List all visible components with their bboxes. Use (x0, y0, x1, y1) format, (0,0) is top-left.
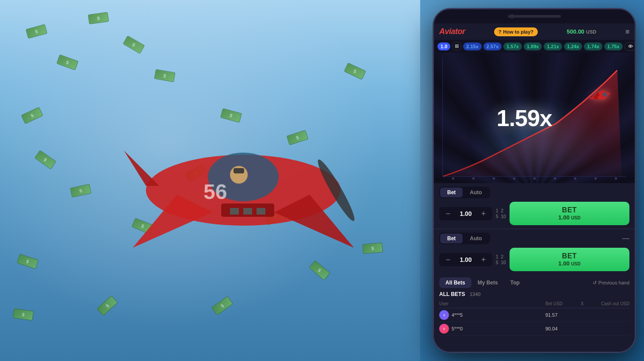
bet-button-1[interactable]: BET 1.00 USD (510, 202, 629, 225)
table-row: 4 4***5 91.57 (439, 308, 629, 322)
my-bets-tab[interactable]: My Bets (472, 277, 504, 288)
money-bill (13, 308, 34, 321)
increase-amount-1[interactable]: + (479, 210, 488, 218)
dot (554, 177, 556, 180)
svg-marker-4 (124, 150, 159, 186)
money-bill (21, 107, 43, 124)
quick-bet-1[interactable]: 1 (496, 208, 498, 213)
decrease-amount-2[interactable]: − (444, 256, 452, 264)
expand-history-button[interactable]: ⊞ (452, 42, 461, 51)
quick-bet-4[interactable]: 10 (501, 214, 506, 219)
app-header: Aviator ? How to play? 500.00 USD ≡ (434, 23, 635, 40)
multiplier-badge-1: 2.57x (483, 42, 502, 50)
multiplier-badge-6: 1.74x (584, 42, 602, 50)
col-bet-header: Bet USD (545, 301, 581, 306)
eye-button[interactable]: 👁 (625, 42, 635, 51)
decrease-amount-1[interactable]: − (444, 210, 452, 218)
bet-tab-1[interactable]: Bet (440, 188, 463, 197)
phone-notch (434, 9, 635, 23)
username-1: 5***0 (452, 326, 545, 331)
bet-row-2: − 1.00 + 1 2 5 10 BET (439, 248, 629, 271)
bets-table: ALL BETS 1340 User Bet USD X Cash out US… (434, 288, 635, 352)
svg-rect-9 (257, 208, 265, 215)
col-user-header: User (439, 301, 545, 306)
amount-value-1: 1.00 (457, 210, 475, 217)
phone-frame: Aviator ? How to play? 500.00 USD ≡ 1.0 … (433, 8, 636, 353)
balance-currency: USD (586, 29, 596, 35)
dot (493, 177, 495, 180)
bet-amount-2: 1.00 USD (558, 260, 580, 267)
dot (472, 177, 475, 180)
quick-bet-5[interactable]: 1 (496, 254, 498, 259)
quick-bet-row-bottom-2: 5 10 (496, 260, 506, 265)
avatar: 4 (439, 310, 449, 320)
avatar: 5 (439, 324, 449, 334)
money-bill (88, 12, 109, 24)
bet-button-2[interactable]: BET 1.00 USD (510, 248, 629, 271)
quick-bet-8[interactable]: 10 (501, 260, 506, 265)
dot (533, 177, 536, 180)
aviator-logo: Aviator (439, 27, 465, 36)
multiplier-badge-5: 1.24x (564, 42, 583, 50)
app-content: Aviator ? How to play? 500.00 USD ≡ 1.0 … (434, 23, 635, 352)
money-bill (344, 63, 366, 80)
money-bill (57, 54, 79, 70)
auto-tab-2[interactable]: Auto (463, 234, 489, 243)
dot (615, 177, 617, 180)
bet-amount-row-1: 90.04 (545, 326, 581, 331)
previous-hand-button[interactable]: ↺ Previous hand (593, 280, 629, 286)
phone-camera (510, 14, 514, 19)
bet-tab-2[interactable]: Bet (440, 234, 463, 243)
auto-tab-1[interactable]: Auto (463, 188, 489, 197)
close-panel-2-button[interactable]: — (622, 234, 629, 242)
balance-display: 500.00 USD (567, 28, 596, 35)
bet-amount-row-0: 91.57 (545, 312, 581, 318)
bottom-nav: All Bets My Bets Top ↺ Previous hand (434, 275, 635, 288)
plane-svg: 56 (88, 80, 398, 301)
question-icon: ? (498, 29, 502, 35)
top-tab[interactable]: Top (504, 277, 526, 288)
quick-bet-7[interactable]: 5 (496, 260, 498, 265)
money-bill (123, 35, 145, 54)
col-x-header: X (581, 301, 594, 306)
quick-bet-6[interactable]: 2 (501, 254, 504, 259)
dot (452, 177, 454, 180)
bets-header: ALL BETS 1340 (439, 288, 629, 300)
quick-bet-3[interactable]: 5 (496, 214, 498, 219)
bet-amount-1: 1.00 USD (558, 214, 580, 221)
previous-hand-label: Previous hand (598, 280, 629, 285)
dot (594, 177, 597, 180)
game-area: 1.59x (434, 53, 635, 183)
multiplier-badge-7: 1.75x (604, 42, 623, 50)
table-row: 5 5***0 90.04 (439, 322, 629, 336)
amount-value-2: 1.00 (457, 256, 475, 263)
multiplier-badge-3: 1.89x (524, 42, 542, 50)
all-bets-count: 1340 (470, 292, 480, 297)
current-multiplier: 1.59x (497, 105, 552, 131)
quick-bet-2[interactable]: 2 (501, 208, 504, 213)
bet-label-2: BET (562, 252, 577, 260)
dot (574, 177, 576, 180)
svg-text:56: 56 (203, 180, 227, 204)
col-cashout-header: Cash out USD (594, 301, 629, 306)
bet-row-1: − 1.00 + 1 2 5 10 BET (439, 202, 629, 225)
multiplier-history-bar: 1.0 ⊞ 2.15x 2.57x 1.57x 1.89x 1.21x 1.24… (434, 40, 635, 53)
refresh-icon: ↺ (593, 280, 597, 286)
dot (513, 177, 515, 180)
bets-columns: User Bet USD X Cash out USD (439, 300, 629, 308)
amount-control-2: − 1.00 + (439, 253, 492, 266)
money-bill (26, 24, 47, 39)
bet-tabs-2: Bet Auto (439, 233, 490, 244)
multiplier-badge-active[interactable]: 1.0 (437, 42, 450, 50)
game-dots (434, 177, 635, 180)
all-bets-tab[interactable]: All Bets (439, 277, 472, 288)
how-to-play-button[interactable]: ? How to play? (494, 27, 538, 36)
money-bill (17, 254, 39, 269)
increase-amount-2[interactable]: + (479, 256, 488, 264)
svg-rect-7 (230, 208, 239, 215)
multiplier-badge-0: 2.15x (463, 42, 482, 50)
how-to-play-label: How to play? (503, 29, 533, 35)
menu-icon[interactable]: ≡ (625, 28, 629, 36)
svg-rect-12 (234, 168, 244, 173)
quick-bets-2: 1 2 5 10 (496, 254, 506, 265)
